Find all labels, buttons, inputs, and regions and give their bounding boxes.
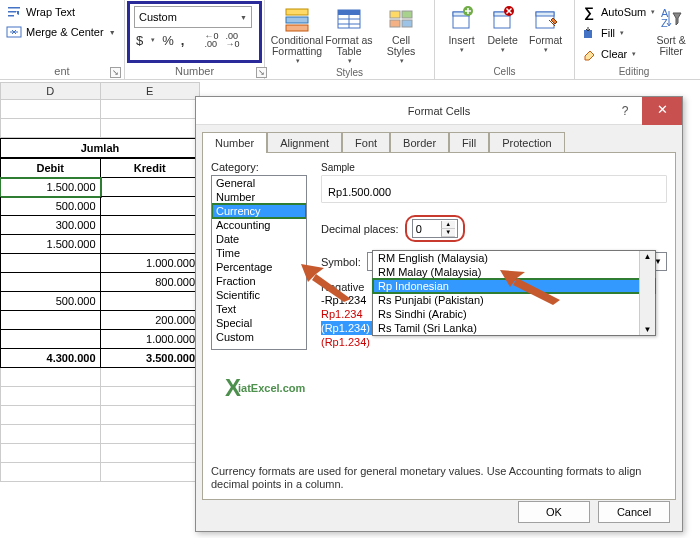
negative-item[interactable]: Rp1.234 <box>321 307 377 321</box>
category-item[interactable]: Fraction <box>212 274 306 288</box>
tab-number[interactable]: Number <box>202 132 267 153</box>
cell[interactable] <box>0 311 101 330</box>
chevron-down-icon[interactable]: ▾ <box>151 36 155 44</box>
number-format-value: Custom <box>139 11 177 23</box>
chevron-down-icon[interactable]: ▼ <box>240 14 247 21</box>
chevron-down-icon[interactable]: ▾ <box>460 46 464 54</box>
cell[interactable] <box>101 178 201 197</box>
category-item[interactable]: Scientific <box>212 288 306 302</box>
cell[interactable]: 800.000 <box>101 273 201 292</box>
decrease-decimal-button[interactable]: .00→0 <box>225 32 239 48</box>
ok-button[interactable]: OK <box>518 501 590 523</box>
merge-label: Merge & Center <box>26 26 104 38</box>
dialog-launcher-icon[interactable]: ↘ <box>110 67 121 78</box>
category-item[interactable]: Number <box>212 190 306 204</box>
scroll-down-icon[interactable]: ▼ <box>644 325 652 334</box>
comma-button[interactable]: , <box>181 33 185 48</box>
cell[interactable]: 1.000.000 <box>101 330 201 349</box>
cell[interactable] <box>0 254 101 273</box>
cell[interactable]: 500.000 <box>0 292 101 311</box>
cell[interactable] <box>101 216 201 235</box>
chevron-down-icon[interactable]: ▼ <box>109 29 116 36</box>
category-item[interactable]: General <box>212 176 306 190</box>
format-cells-icon <box>531 4 561 34</box>
cell[interactable]: 200.000 <box>101 311 201 330</box>
tab-alignment[interactable]: Alignment <box>267 132 342 153</box>
insert-cells-icon <box>447 4 477 34</box>
tab-border[interactable]: Border <box>390 132 449 153</box>
spin-up-icon[interactable]: ▲ <box>441 221 455 229</box>
decimal-spinner[interactable]: ▲▼ <box>412 219 458 238</box>
category-listbox[interactable]: General Number Currency Accounting Date … <box>211 175 307 350</box>
cancel-button[interactable]: Cancel <box>598 501 670 523</box>
category-label: Category: <box>211 161 307 173</box>
chevron-down-icon[interactable]: ▾ <box>632 50 636 58</box>
percent-button[interactable]: % <box>162 33 174 48</box>
help-button[interactable]: ? <box>608 100 642 122</box>
chevron-down-icon[interactable]: ▾ <box>296 57 300 65</box>
autosum-button[interactable]: ∑AutoSum▾ <box>581 2 655 22</box>
chevron-down-icon[interactable]: ▾ <box>620 29 624 37</box>
chevron-down-icon[interactable]: ▾ <box>544 46 548 54</box>
number-format-combo[interactable]: Custom ▼ <box>134 6 252 28</box>
dialog-titlebar[interactable]: Format Cells ? ✕ <box>196 97 682 125</box>
cell-total[interactable]: 4.300.000 <box>0 349 101 368</box>
cell[interactable] <box>0 330 101 349</box>
cell[interactable]: 500.000 <box>0 197 101 216</box>
tab-panel-number: Category: General Number Currency Accoun… <box>202 152 676 500</box>
tab-fill[interactable]: Fill <box>449 132 489 153</box>
accounting-format-button[interactable]: $ <box>136 33 143 48</box>
merge-center-button[interactable]: Merge & Center ▼ <box>6 22 118 42</box>
cell-styles-button[interactable]: Cell Styles▾ <box>375 2 427 65</box>
svg-rect-6 <box>286 25 308 31</box>
cell[interactable] <box>101 292 201 311</box>
negative-item-selected[interactable]: (Rp1.234) <box>321 321 377 335</box>
cell[interactable] <box>101 197 201 216</box>
sigma-icon: ∑ <box>581 4 597 20</box>
delete-button[interactable]: Delete▾ <box>482 2 523 54</box>
increase-decimal-button[interactable]: ←0.00 <box>204 32 218 48</box>
sort-filter-button[interactable]: AZ Sort & Filter <box>655 2 687 64</box>
scroll-up-icon[interactable]: ▲ <box>644 252 652 261</box>
cell[interactable]: 300.000 <box>0 216 101 235</box>
format-description: Currency formats are used for general mo… <box>211 465 667 491</box>
cell[interactable] <box>0 273 101 292</box>
symbol-option[interactable]: Rs Tamil (Sri Lanka) <box>373 321 655 335</box>
scrollbar[interactable]: ▲▼ <box>639 251 655 335</box>
cell[interactable]: 1.500.000 <box>0 235 101 254</box>
sample-label: Sample <box>321 162 355 173</box>
cell-total[interactable]: 3.500.000 <box>101 349 201 368</box>
svg-rect-13 <box>402 11 412 18</box>
ribbon-group-cells: Insert▾ Delete▾ Format▾ Cells <box>435 0 575 79</box>
cell[interactable]: 1.000.000 <box>101 254 201 273</box>
decimal-input[interactable] <box>413 223 441 235</box>
category-item[interactable]: Percentage <box>212 260 306 274</box>
category-item-selected[interactable]: Currency <box>212 204 306 218</box>
negative-item[interactable]: (Rp1.234) <box>321 335 377 349</box>
column-header[interactable]: D <box>0 82 101 100</box>
format-button[interactable]: Format▾ <box>523 2 568 54</box>
column-header[interactable]: E <box>101 82 201 100</box>
category-item[interactable]: Custom <box>212 330 306 344</box>
category-item[interactable]: Date <box>212 232 306 246</box>
symbol-option[interactable]: RM English (Malaysia) <box>373 251 655 265</box>
fill-button[interactable]: Fill▾ <box>581 23 655 43</box>
tab-font[interactable]: Font <box>342 132 390 153</box>
conditional-formatting-button[interactable]: Conditional Formatting▾ <box>271 2 323 65</box>
wrap-text-button[interactable]: Wrap Text <box>6 2 118 22</box>
chevron-down-icon[interactable]: ▾ <box>348 57 352 65</box>
chevron-down-icon[interactable]: ▾ <box>400 57 404 65</box>
category-item[interactable]: Text <box>212 302 306 316</box>
clear-button[interactable]: Clear▾ <box>581 44 655 64</box>
cell[interactable] <box>101 235 201 254</box>
category-item[interactable]: Accounting <box>212 218 306 232</box>
category-item[interactable]: Time <box>212 246 306 260</box>
chevron-down-icon[interactable]: ▾ <box>501 46 505 54</box>
category-item[interactable]: Special <box>212 316 306 330</box>
insert-button[interactable]: Insert▾ <box>441 2 482 54</box>
close-button[interactable]: ✕ <box>642 97 682 125</box>
cell-selected[interactable]: 1.500.000 <box>0 178 101 197</box>
spin-down-icon[interactable]: ▼ <box>441 229 455 237</box>
format-as-table-button[interactable]: Format as Table▾ <box>323 2 375 65</box>
tab-protection[interactable]: Protection <box>489 132 565 153</box>
